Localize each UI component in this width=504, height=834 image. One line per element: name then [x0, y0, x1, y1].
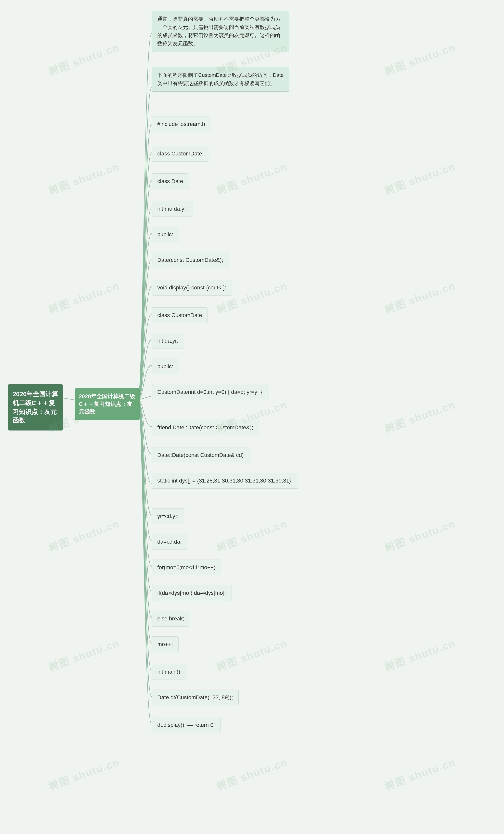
- node-n17-text: yr=cd.yr;: [157, 513, 179, 519]
- node-n21-text: else break;: [157, 615, 184, 622]
- node-n7-text: public:: [157, 231, 173, 237]
- node-n15: Date::Date(const CustomDate& cd): [152, 447, 249, 463]
- node-n20: if(da>dys[mo]) da-=dys[mo];: [152, 585, 232, 601]
- node-n5: class Date: [152, 173, 189, 189]
- node-n6-text: int mo,da,yr;: [157, 206, 188, 212]
- node-n21: else break;: [152, 611, 190, 627]
- node-n22-text: mo++;: [157, 641, 173, 647]
- mid-node-label: 2020年全国计算机二级C＋＋复习知识点：友元函数: [79, 393, 135, 415]
- node-n13-text: CustomDate(int d=0,int y=0) { da=d; yr=y…: [157, 389, 262, 395]
- node-n8: Date(const CustomDate&);: [152, 252, 229, 268]
- node-n3-text: #include iostream.h: [157, 121, 205, 127]
- node-n22: mo++;: [152, 636, 179, 652]
- root-node-label: 2020年全国计算机二级C＋＋复习知识点：友元函数: [13, 391, 58, 424]
- root-node: 2020年全国计算机二级C＋＋复习知识点：友元函数: [8, 384, 63, 431]
- node-n8-text: Date(const CustomDate&);: [157, 257, 223, 263]
- watermark-text: 树图 shutu.cn: [47, 40, 121, 79]
- node-n24: Date dt(CustomDate(123, 89));: [152, 689, 238, 705]
- node-n3: #include iostream.h: [152, 116, 211, 132]
- node-n5-text: class Date: [157, 178, 183, 184]
- watermark-text-3: 树图 shutu.cn: [383, 40, 457, 79]
- node-n4-text: class CustomDate;: [157, 151, 204, 157]
- node-n12-text: public:: [157, 363, 173, 369]
- node-n18: da=cd.da;: [152, 534, 187, 550]
- node-n1: 通常，除非真的需要，否则并不需要把整个类都设为另一个类的友元。只需挑出需要访问当…: [152, 11, 290, 52]
- node-n2: 下面的程序限制了CustomDate类数据成员的访问，Date类中只有需要这些数…: [152, 67, 290, 92]
- node-n9: void display() const {cout< };: [152, 280, 232, 295]
- node-n16-text: static int dys[] = {31,28,31,30,31,30,31…: [157, 478, 293, 484]
- node-n10-text: class CustomDate: [157, 312, 202, 318]
- node-n19-text: for(mo=0;mo<11;mo++): [157, 564, 215, 570]
- node-n12: public:: [152, 358, 179, 374]
- node-n17: yr=cd.yr;: [152, 508, 184, 524]
- mid-node: 2020年全国计算机二级C＋＋复习知识点：友元函数: [75, 388, 140, 420]
- node-n25: dt.display(); — return 0;: [152, 717, 221, 733]
- node-n19: for(mo=0;mo<11;mo++): [152, 559, 221, 575]
- mind-map: 树图 shutu.cn树图 shutu.cn树图 shutu.cn 树图 shu…: [0, 0, 504, 834]
- node-n25-text: dt.display(); — return 0;: [157, 722, 215, 728]
- node-n23: int main(): [152, 664, 186, 680]
- node-n18-text: da=cd.da;: [157, 539, 182, 545]
- node-n2-text: 下面的程序限制了CustomDate类数据成员的访问，Date类中只有需要这些数…: [157, 72, 283, 86]
- node-n10: class CustomDate: [152, 307, 208, 323]
- node-n9-text: void display() const {cout< };: [157, 285, 226, 291]
- node-n20-text: if(da>dys[mo]) da-=dys[mo];: [157, 590, 226, 596]
- node-n24-text: Date dt(CustomDate(123, 89));: [157, 694, 233, 700]
- node-n1-text: 通常，除非真的需要，否则并不需要把整个类都设为另一个类的友元。只需挑出需要访问当…: [157, 16, 280, 46]
- node-n11: int da,yr;: [152, 333, 184, 349]
- node-n16: static int dys[] = {31,28,31,30,31,30,31…: [152, 473, 298, 489]
- node-n13: CustomDate(int d=0,int y=0) { da=d; yr=y…: [152, 384, 268, 400]
- node-n4: class CustomDate;: [152, 146, 209, 161]
- node-n23-text: int main(): [157, 669, 180, 675]
- node-n11-text: int da,yr;: [157, 338, 178, 344]
- node-n6: int mo,da,yr;: [152, 201, 193, 217]
- node-n15-text: Date::Date(const CustomDate& cd): [157, 452, 244, 458]
- node-n14: friend Date::Date(const CustomDate&);: [152, 420, 259, 435]
- node-n7: public:: [152, 226, 179, 242]
- node-n14-text: friend Date::Date(const CustomDate&);: [157, 424, 253, 431]
